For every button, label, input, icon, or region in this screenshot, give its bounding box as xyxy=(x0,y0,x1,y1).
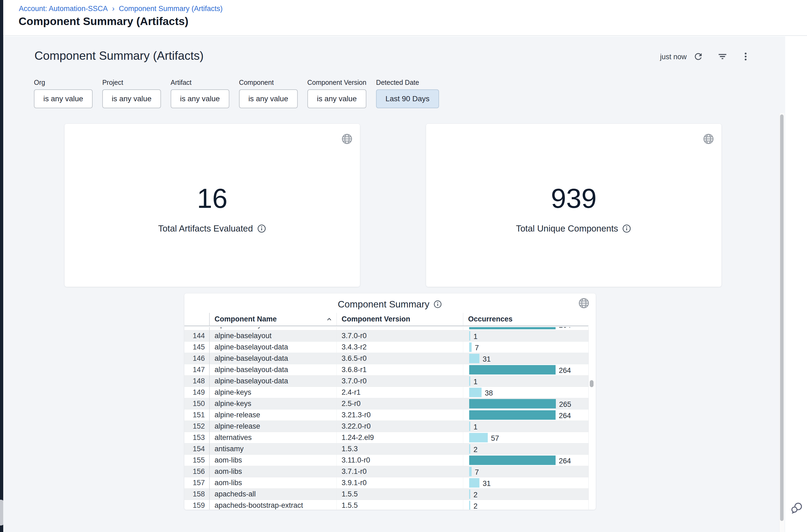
column-header-occurrences[interactable]: Occurrences xyxy=(463,313,589,325)
component-name-cell[interactable]: alpine-keys xyxy=(209,387,337,398)
collapsed-nav-strip[interactable] xyxy=(0,0,3,532)
occurrences-cell[interactable]: 2 xyxy=(463,489,589,500)
occurrences-cell[interactable]: 7 xyxy=(463,342,589,353)
filter-value-button-project[interactable]: is any value xyxy=(102,89,161,108)
component-version-cell[interactable]: 3.7.1-r0 xyxy=(337,466,463,477)
component-version-cell[interactable]: 3.22.0-r0 xyxy=(337,421,463,432)
component-name-cell[interactable]: aom-libs xyxy=(209,455,337,466)
occurrence-bar xyxy=(469,410,556,420)
column-header-component-name[interactable]: Component Name xyxy=(209,313,337,325)
table-row[interactable]: 143alpine-baselayout3.6.8-r1264 xyxy=(185,327,589,330)
breadcrumb-link-current[interactable]: Component Summary (Artifacts) xyxy=(119,4,223,13)
table-row[interactable]: 144alpine-baselayout3.7.0-r01 xyxy=(185,330,589,342)
component-version-cell[interactable]: 2.5-r0 xyxy=(337,398,463,409)
component-name-cell[interactable]: alpine-baselayout xyxy=(209,330,337,341)
component-version-cell[interactable]: 1.5.5 xyxy=(337,489,463,500)
table-row[interactable]: 152alpine-release3.22.0-r01 xyxy=(185,421,589,432)
component-name-cell[interactable]: alternatives xyxy=(209,432,337,443)
component-name-cell[interactable]: apacheds-bootstrap-extract xyxy=(209,500,337,510)
component-name-cell[interactable]: alpine-baselayout-data xyxy=(209,364,337,375)
table-row[interactable]: 149alpine-keys2.4-r138 xyxy=(185,387,589,398)
component-version-cell[interactable]: 3.11.0-r0 xyxy=(337,455,463,466)
table-row[interactable]: 156aom-libs3.7.1-r07 xyxy=(185,466,589,477)
occurrences-cell[interactable]: 7 xyxy=(463,466,589,477)
table-row[interactable]: 155aom-libs3.11.0-r0264 xyxy=(185,455,589,466)
component-version-cell[interactable]: 1.24-2.el9 xyxy=(337,432,463,443)
occurrences-cell[interactable]: 1 xyxy=(463,376,589,386)
chat-button[interactable] xyxy=(790,501,803,514)
filter-value-button-detected-date[interactable]: Last 90 Days xyxy=(376,89,439,108)
occurrence-bar xyxy=(469,478,479,488)
table-scrollbar-thumb[interactable] xyxy=(590,380,594,387)
filter-value-button-artifact[interactable]: is any value xyxy=(171,89,229,108)
column-header-component-version[interactable]: Component Version xyxy=(337,313,463,325)
table-row[interactable]: 145alpine-baselayout-data3.4.3-r27 xyxy=(185,342,589,353)
component-version-cell[interactable]: 1.5.5 xyxy=(337,500,463,510)
refresh-button[interactable] xyxy=(692,51,704,62)
dashboard-more-options-button[interactable] xyxy=(740,51,752,62)
component-version-cell[interactable]: 3.7.0-r0 xyxy=(337,330,463,341)
component-name-cell[interactable]: alpine-baselayout xyxy=(209,327,337,330)
table-row[interactable]: 154antisamy1.5.32 xyxy=(185,443,589,455)
filter-value-button-component-version[interactable]: is any value xyxy=(307,89,367,108)
component-name-cell[interactable]: apacheds-all xyxy=(209,489,337,500)
occurrences-cell[interactable]: 265 xyxy=(463,398,589,409)
component-version-cell[interactable]: 3.7.0-r0 xyxy=(337,376,463,386)
component-version-cell[interactable]: 3.4.3-r2 xyxy=(337,342,463,353)
occurrences-cell[interactable]: 2 xyxy=(463,500,589,510)
component-summary-table-card: Component Summary Component Name Compone… xyxy=(185,293,596,510)
component-name-cell[interactable]: alpine-baselayout-data xyxy=(209,342,337,353)
component-version-cell[interactable]: 1.5.3 xyxy=(337,443,463,454)
component-name-cell[interactable]: aom-libs xyxy=(209,466,337,477)
component-name-cell[interactable]: antisamy xyxy=(209,443,337,454)
table-row[interactable]: 159apacheds-bootstrap-extract1.5.52 xyxy=(185,500,589,510)
refresh-status: just now xyxy=(660,53,687,61)
component-name-cell[interactable]: aom-libs xyxy=(209,477,337,488)
table-row[interactable]: 150alpine-keys2.5-r0265 xyxy=(185,398,589,410)
component-version-cell[interactable]: 3.6.8-r1 xyxy=(337,364,463,375)
occurrences-cell[interactable]: 264 xyxy=(463,410,589,420)
component-name-cell[interactable]: alpine-baselayout-data xyxy=(209,376,337,386)
table-row[interactable]: 148alpine-baselayout-data3.7.0-r01 xyxy=(185,376,589,387)
table-body[interactable]: 143alpine-baselayout3.6.8-r1264144alpine… xyxy=(185,327,596,510)
breadcrumb-link-account[interactable]: Account: Automation-SSCA xyxy=(19,4,108,13)
occurrences-cell[interactable]: 31 xyxy=(463,353,589,364)
component-name-cell[interactable]: alpine-baselayout-data xyxy=(209,353,337,364)
table-row[interactable]: 147alpine-baselayout-data3.6.8-r1264 xyxy=(185,364,589,376)
sort-ascending-icon[interactable] xyxy=(326,316,333,323)
occurrence-value: 57 xyxy=(491,434,499,443)
component-name-cell[interactable]: alpine-keys xyxy=(209,398,337,409)
table-row[interactable]: 146alpine-baselayout-data3.6.5-r031 xyxy=(185,353,589,364)
page-scrollbar-thumb[interactable] xyxy=(780,114,784,521)
row-index: 158 xyxy=(185,489,209,500)
table-row[interactable]: 153alternatives1.24-2.el957 xyxy=(185,432,589,443)
info-icon[interactable] xyxy=(433,300,442,309)
info-icon[interactable] xyxy=(257,224,267,233)
table-row[interactable]: 151alpine-release3.21.3-r0264 xyxy=(185,410,589,421)
occurrences-cell[interactable]: 2 xyxy=(463,443,589,454)
table-row[interactable]: 158apacheds-all1.5.52 xyxy=(185,489,589,500)
occurrences-cell[interactable]: 57 xyxy=(463,432,589,443)
dashboard-filters-button[interactable] xyxy=(716,51,728,62)
occurrences-cell[interactable]: 264 xyxy=(463,364,589,375)
occurrences-cell[interactable]: 1 xyxy=(463,421,589,432)
table-row[interactable]: 157aom-libs3.9.1-r031 xyxy=(185,477,589,489)
occurrences-cell[interactable]: 38 xyxy=(463,387,589,398)
occurrence-bar xyxy=(469,365,556,375)
occurrences-cell[interactable]: 264 xyxy=(463,455,589,466)
component-version-cell[interactable]: 3.6.5-r0 xyxy=(337,353,463,364)
occurrences-cell[interactable]: 1 xyxy=(463,330,589,341)
component-version-cell[interactable]: 2.4-r1 xyxy=(337,387,463,398)
component-name-cell[interactable]: alpine-release xyxy=(209,410,337,420)
filter-value-button-component[interactable]: is any value xyxy=(239,89,298,108)
info-icon[interactable] xyxy=(622,224,632,233)
component-version-cell[interactable]: 3.6.8-r1 xyxy=(337,327,463,330)
occurrence-value: 2 xyxy=(474,445,478,454)
metric-card-unique-components: 939 Total Unique Components xyxy=(426,124,722,287)
occurrences-cell[interactable]: 264 xyxy=(463,327,589,330)
component-version-cell[interactable]: 3.9.1-r0 xyxy=(337,477,463,488)
component-version-cell[interactable]: 3.21.3-r0 xyxy=(337,410,463,420)
occurrences-cell[interactable]: 31 xyxy=(463,477,589,488)
filter-value-button-org[interactable]: is any value xyxy=(34,89,93,108)
component-name-cell[interactable]: alpine-release xyxy=(209,421,337,432)
